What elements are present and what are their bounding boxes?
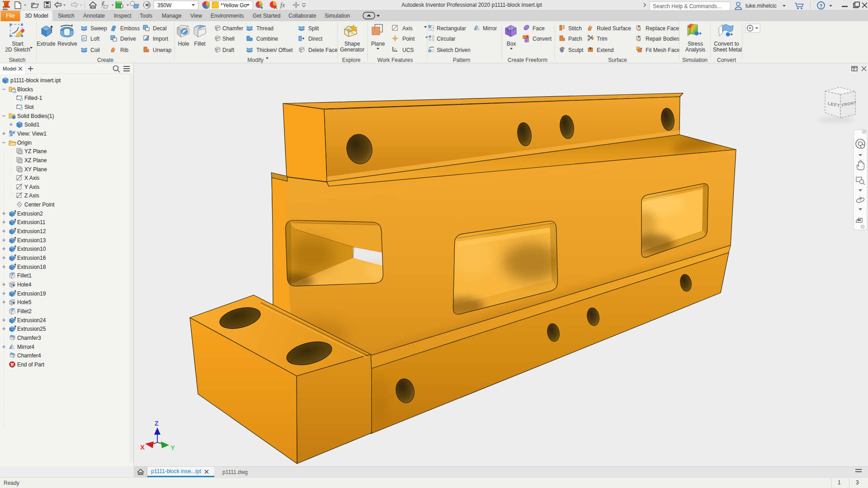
svg-text:*Yellow Go: *Yellow Go	[221, 2, 247, 9]
svg-text:Z: Z	[155, 420, 159, 427]
svg-text:Y: Y	[170, 444, 175, 451]
svg-text:350W: 350W	[157, 2, 172, 9]
svg-text:fx: fx	[280, 2, 285, 9]
svg-text:Search Help & Commands...: Search Help & Commands...	[653, 3, 722, 9]
svg-text:luke.mihelcic: luke.mihelcic	[745, 3, 777, 9]
svg-text:X: X	[140, 443, 145, 451]
svg-text:?: ?	[820, 3, 823, 9]
svg-text:Autodesk Inventor Professional: Autodesk Inventor Professional 2020 p111…	[401, 2, 542, 8]
